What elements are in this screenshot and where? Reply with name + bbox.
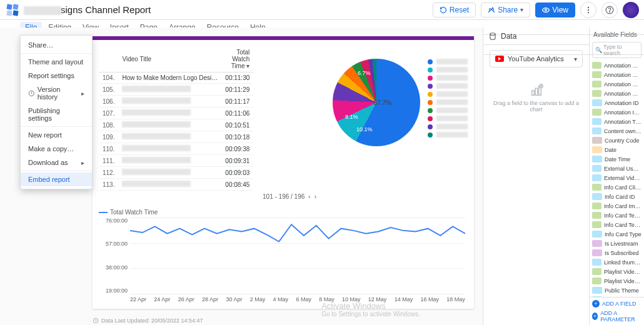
more-options-button[interactable] bbox=[580, 2, 596, 18]
file-download-as[interactable]: Download as▸ bbox=[21, 156, 92, 169]
svg-rect-34 bbox=[531, 91, 534, 95]
legend-item bbox=[428, 67, 468, 72]
field-item[interactable]: Is Subscribed bbox=[590, 248, 644, 258]
field-item[interactable]: Info Card ID bbox=[590, 192, 644, 201]
pager-range: 101 - 196 / 196 bbox=[263, 193, 304, 200]
windows-watermark: Activate Windows Go to Settings to activ… bbox=[321, 301, 420, 318]
table-row[interactable]: 108.00:10:51 bbox=[99, 119, 253, 131]
file-theme-layout[interactable]: Theme and layout bbox=[21, 55, 92, 69]
legend-item bbox=[428, 116, 468, 121]
legend-item bbox=[428, 99, 468, 105]
svg-point-11 bbox=[610, 11, 610, 12]
table-row[interactable]: 105.00:11:29 bbox=[99, 84, 253, 96]
svg-point-33 bbox=[490, 32, 495, 35]
col-video-title[interactable]: Video Title bbox=[118, 46, 221, 72]
field-item[interactable]: Annotation Clicks bbox=[590, 70, 644, 79]
video-table[interactable]: Video Title Total Watch Time ▾ 104.How t… bbox=[99, 46, 253, 191]
legend-item bbox=[428, 108, 468, 113]
col-watch-time[interactable]: Total Watch Time ▾ bbox=[221, 46, 253, 72]
svg-point-8 bbox=[588, 9, 589, 10]
table-row[interactable]: 107.00:11:06 bbox=[99, 108, 253, 119]
table-row[interactable]: 104.How to Make Modern Logo Desi…00:11:3… bbox=[99, 72, 253, 84]
field-item[interactable]: Public Theme bbox=[590, 286, 644, 295]
file-make-copy[interactable]: Make a copy… bbox=[21, 142, 92, 156]
chevron-down-icon: ▾ bbox=[574, 56, 577, 62]
fields-header: Available Fields bbox=[590, 28, 644, 42]
table-row[interactable]: 110.00:09:38 bbox=[99, 143, 253, 155]
field-item[interactable]: Annotation Clickable I… bbox=[590, 61, 644, 70]
pie-legend bbox=[428, 59, 468, 138]
youtube-icon bbox=[495, 56, 504, 62]
fields-panel: Available Fields 🔍Type to search Annotat… bbox=[589, 28, 644, 325]
field-item[interactable]: Playlist Videos Remov… bbox=[590, 276, 644, 286]
field-item[interactable]: Date bbox=[590, 145, 644, 154]
line-chart[interactable]: Total Watch Time 76:00:0057:00:0038:00:0… bbox=[93, 202, 474, 309]
field-item[interactable]: Playlist Videos Added bbox=[590, 267, 644, 276]
field-item[interactable]: Info Card Clicks bbox=[590, 182, 644, 192]
field-item[interactable]: External User ID bbox=[590, 164, 644, 173]
table-row[interactable]: 113.00:08:45 bbox=[99, 179, 253, 191]
pager-next[interactable]: › bbox=[314, 193, 316, 200]
field-item[interactable]: Annotation Closable I… bbox=[590, 79, 644, 89]
table-row[interactable]: 112.00:09:03 bbox=[99, 167, 253, 179]
add-parameter-link[interactable]: +ADD A PARAMETER bbox=[591, 309, 643, 324]
help-button[interactable] bbox=[601, 2, 618, 18]
file-publishing[interactable]: Publishing settings bbox=[21, 104, 92, 125]
table-pager: 101 - 196 / 196 ‹ › bbox=[99, 191, 320, 202]
field-item[interactable]: Country Code bbox=[590, 136, 644, 145]
pie-chart[interactable] bbox=[333, 59, 420, 146]
view-button[interactable]: View bbox=[535, 2, 575, 18]
field-item[interactable]: Annotation Closes bbox=[590, 89, 644, 98]
drag-hint: Drag a field to the canvas to add a char… bbox=[487, 76, 585, 120]
svg-point-9 bbox=[588, 11, 589, 12]
data-source-select[interactable]: YouTube Analytics ▾ bbox=[490, 50, 583, 68]
field-item[interactable]: External Video ID bbox=[590, 173, 644, 182]
report-title[interactable]: signs Channel Report bbox=[24, 4, 151, 15]
share-button[interactable]: Share▾ bbox=[481, 2, 530, 18]
reset-button[interactable]: Reset bbox=[433, 2, 476, 18]
field-item[interactable]: Info Card Impressions bbox=[590, 201, 644, 211]
svg-rect-2 bbox=[6, 10, 12, 16]
field-item[interactable]: Annotation Impressio… bbox=[590, 108, 644, 117]
data-panel-title: Data bbox=[501, 32, 516, 41]
legend-item bbox=[428, 59, 468, 64]
field-item[interactable]: Annotation ID bbox=[590, 98, 644, 108]
svg-rect-0 bbox=[6, 4, 12, 9]
svg-rect-1 bbox=[13, 4, 18, 9]
file-report-settings[interactable]: Report settings bbox=[21, 69, 92, 82]
file-version-history[interactable]: Version history▸ bbox=[21, 82, 92, 104]
last-updated-footer: Data Last Updated: 20/05/2022 14:54:47 bbox=[93, 318, 203, 324]
series-label: Total Watch Time bbox=[99, 209, 468, 216]
file-embed-report[interactable]: Embed report bbox=[21, 172, 92, 186]
legend-item bbox=[428, 83, 468, 89]
field-item[interactable]: Is Livestream bbox=[590, 239, 644, 248]
pager-prev[interactable]: ‹ bbox=[308, 193, 310, 200]
legend-item bbox=[428, 124, 468, 129]
app-logo bbox=[5, 2, 20, 18]
file-menu-dropdown: Share… Theme and layout Report settings … bbox=[20, 35, 93, 189]
account-avatar[interactable] bbox=[623, 2, 639, 18]
data-panel: Data YouTube Analytics ▾ Drag a field to… bbox=[483, 28, 589, 325]
field-item[interactable]: Info Card Teaser Clicks bbox=[590, 211, 644, 220]
field-item[interactable]: Info Card Type bbox=[590, 229, 644, 239]
top-bar: signs Channel Report Reset Share▾ View bbox=[0, 0, 644, 20]
svg-point-7 bbox=[588, 6, 589, 8]
field-item[interactable]: Content owner ID bbox=[590, 126, 644, 136]
field-item[interactable]: Info Card Teaser Impr… bbox=[590, 220, 644, 229]
legend-item bbox=[428, 132, 468, 138]
svg-rect-35 bbox=[535, 88, 538, 95]
legend-item bbox=[428, 91, 468, 97]
table-row[interactable]: 109.00:10:18 bbox=[99, 131, 253, 143]
file-share[interactable]: Share… bbox=[21, 38, 92, 52]
file-new-report[interactable]: New report bbox=[21, 128, 92, 142]
search-icon: 🔍 bbox=[595, 47, 602, 53]
field-item[interactable]: Linked thumbnail bbox=[590, 258, 644, 267]
table-row[interactable]: 106.00:11:17 bbox=[99, 96, 253, 108]
svg-point-4 bbox=[490, 8, 491, 10]
table-row[interactable]: 111.00:09:31 bbox=[99, 155, 253, 167]
field-item[interactable]: Annotation Type bbox=[590, 117, 644, 126]
add-field-link[interactable]: +ADD A FIELD bbox=[591, 299, 643, 309]
field-item[interactable]: Date Time bbox=[590, 154, 644, 164]
field-search[interactable]: 🔍Type to search bbox=[592, 42, 641, 58]
report-page[interactable]: Video Title Total Watch Time ▾ 104.How t… bbox=[93, 36, 474, 309]
